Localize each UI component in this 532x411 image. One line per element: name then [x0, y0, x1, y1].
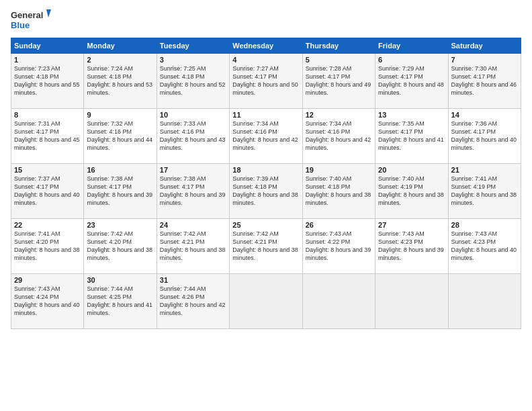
calendar-cell: 19 Sunrise: 7:40 AM Sunset: 4:18 PM Dayl…: [302, 164, 375, 219]
day-info: Sunrise: 7:44 AM Sunset: 4:26 PM Dayligh…: [160, 285, 226, 318]
day-info: Sunrise: 7:25 AM Sunset: 4:18 PM Dayligh…: [160, 64, 226, 97]
calendar-cell: 5 Sunrise: 7:28 AM Sunset: 4:17 PM Dayli…: [302, 54, 375, 109]
day-info: Sunrise: 7:23 AM Sunset: 4:18 PM Dayligh…: [14, 64, 81, 97]
day-info: Sunrise: 7:32 AM Sunset: 4:16 PM Dayligh…: [87, 120, 153, 152]
day-info: Sunrise: 7:37 AM Sunset: 4:17 PM Dayligh…: [14, 175, 81, 208]
calendar-cell: 11 Sunrise: 7:34 AM Sunset: 4:16 PM Dayl…: [230, 109, 302, 164]
day-number: 15: [14, 166, 81, 174]
calendar-week-row: 15 Sunrise: 7:37 AM Sunset: 4:17 PM Dayl…: [11, 164, 521, 219]
day-info: Sunrise: 7:42 AM Sunset: 4:21 PM Dayligh…: [160, 230, 226, 263]
calendar-cell: 23 Sunrise: 7:42 AM Sunset: 4:20 PM Dayl…: [84, 219, 157, 274]
day-info: Sunrise: 7:41 AM Sunset: 4:20 PM Dayligh…: [14, 230, 81, 263]
calendar-cell: 17 Sunrise: 7:38 AM Sunset: 4:17 PM Dayl…: [157, 164, 229, 219]
calendar-week-row: 22 Sunrise: 7:41 AM Sunset: 4:20 PM Dayl…: [11, 219, 521, 274]
day-info: Sunrise: 7:36 AM Sunset: 4:17 PM Dayligh…: [451, 120, 518, 152]
day-number: 19: [306, 166, 372, 174]
day-info: Sunrise: 7:38 AM Sunset: 4:17 PM Dayligh…: [160, 175, 226, 208]
day-number: 31: [160, 276, 226, 284]
day-number: 26: [306, 221, 372, 229]
calendar-header-monday: Monday: [84, 38, 157, 54]
svg-text:Blue: Blue: [11, 20, 30, 30]
calendar-cell: 2 Sunrise: 7:24 AM Sunset: 4:18 PM Dayli…: [84, 54, 157, 109]
day-number: 5: [306, 56, 372, 64]
day-number: 1: [14, 56, 81, 64]
day-number: 23: [87, 221, 153, 229]
day-number: 16: [87, 166, 153, 174]
day-info: Sunrise: 7:38 AM Sunset: 4:17 PM Dayligh…: [87, 175, 153, 208]
day-number: 10: [160, 111, 226, 119]
day-info: Sunrise: 7:40 AM Sunset: 4:19 PM Dayligh…: [378, 175, 445, 208]
calendar-cell: 7 Sunrise: 7:30 AM Sunset: 4:17 PM Dayli…: [448, 54, 521, 109]
calendar-cell: 24 Sunrise: 7:42 AM Sunset: 4:21 PM Dayl…: [157, 219, 229, 274]
day-info: Sunrise: 7:24 AM Sunset: 4:18 PM Dayligh…: [87, 64, 153, 97]
day-number: 12: [306, 111, 372, 119]
day-info: Sunrise: 7:43 AM Sunset: 4:22 PM Dayligh…: [306, 230, 372, 263]
calendar-cell: 8 Sunrise: 7:31 AM Sunset: 4:17 PM Dayli…: [11, 109, 84, 164]
day-number: 4: [232, 56, 299, 64]
day-info: Sunrise: 7:31 AM Sunset: 4:17 PM Dayligh…: [14, 120, 81, 152]
calendar-header-sunday: Sunday: [11, 38, 84, 54]
day-info: Sunrise: 7:43 AM Sunset: 4:23 PM Dayligh…: [378, 230, 445, 263]
day-info: Sunrise: 7:39 AM Sunset: 4:18 PM Dayligh…: [232, 175, 299, 208]
day-info: Sunrise: 7:42 AM Sunset: 4:21 PM Dayligh…: [232, 230, 299, 263]
calendar-cell: 18 Sunrise: 7:39 AM Sunset: 4:18 PM Dayl…: [230, 164, 302, 219]
calendar-table: SundayMondayTuesdayWednesdayThursdayFrid…: [11, 38, 521, 329]
day-number: 27: [378, 221, 445, 229]
day-number: 2: [87, 56, 153, 64]
calendar-header-friday: Friday: [375, 38, 448, 54]
day-number: 9: [87, 111, 153, 119]
calendar-header-thursday: Thursday: [302, 38, 375, 54]
calendar-cell: 14 Sunrise: 7:36 AM Sunset: 4:17 PM Dayl…: [448, 109, 521, 164]
svg-marker-2: [46, 9, 51, 17]
day-number: 20: [378, 166, 445, 174]
day-number: 30: [87, 276, 153, 284]
calendar-cell: 28 Sunrise: 7:43 AM Sunset: 4:23 PM Dayl…: [448, 219, 521, 274]
day-number: 24: [160, 221, 226, 229]
calendar-week-row: 1 Sunrise: 7:23 AM Sunset: 4:18 PM Dayli…: [11, 54, 521, 109]
calendar-cell: 4 Sunrise: 7:27 AM Sunset: 4:17 PM Dayli…: [230, 54, 302, 109]
calendar-cell: [302, 274, 375, 329]
calendar-cell: 6 Sunrise: 7:29 AM Sunset: 4:17 PM Dayli…: [375, 54, 448, 109]
day-number: 25: [232, 221, 299, 229]
day-number: 6: [378, 56, 445, 64]
day-info: Sunrise: 7:41 AM Sunset: 4:19 PM Dayligh…: [451, 175, 518, 208]
day-info: Sunrise: 7:44 AM Sunset: 4:25 PM Dayligh…: [87, 285, 153, 318]
day-number: 11: [232, 111, 299, 119]
calendar-week-row: 8 Sunrise: 7:31 AM Sunset: 4:17 PM Dayli…: [11, 109, 521, 164]
calendar-cell: [448, 274, 521, 329]
calendar-cell: 1 Sunrise: 7:23 AM Sunset: 4:18 PM Dayli…: [11, 54, 84, 109]
calendar-cell: 27 Sunrise: 7:43 AM Sunset: 4:23 PM Dayl…: [375, 219, 448, 274]
day-info: Sunrise: 7:29 AM Sunset: 4:17 PM Dayligh…: [378, 64, 445, 97]
svg-text:General: General: [11, 10, 43, 20]
day-info: Sunrise: 7:43 AM Sunset: 4:23 PM Dayligh…: [451, 230, 518, 263]
day-info: Sunrise: 7:40 AM Sunset: 4:18 PM Dayligh…: [306, 175, 372, 208]
calendar-cell: 10 Sunrise: 7:33 AM Sunset: 4:16 PM Dayl…: [157, 109, 229, 164]
calendar-cell: 9 Sunrise: 7:32 AM Sunset: 4:16 PM Dayli…: [84, 109, 157, 164]
header: General Blue: [11, 8, 521, 32]
calendar-cell: 13 Sunrise: 7:35 AM Sunset: 4:17 PM Dayl…: [375, 109, 448, 164]
calendar-cell: 31 Sunrise: 7:44 AM Sunset: 4:26 PM Dayl…: [157, 274, 229, 329]
day-info: Sunrise: 7:34 AM Sunset: 4:16 PM Dayligh…: [232, 120, 299, 152]
calendar-cell: [230, 274, 302, 329]
logo-svg: General Blue: [11, 8, 51, 32]
calendar-cell: 26 Sunrise: 7:43 AM Sunset: 4:22 PM Dayl…: [302, 219, 375, 274]
calendar-cell: 30 Sunrise: 7:44 AM Sunset: 4:25 PM Dayl…: [84, 274, 157, 329]
page: General Blue SundayMondayTuesdayWednesda…: [0, 0, 532, 411]
day-number: 29: [14, 276, 81, 284]
calendar-cell: 25 Sunrise: 7:42 AM Sunset: 4:21 PM Dayl…: [230, 219, 302, 274]
day-number: 21: [451, 166, 518, 174]
calendar-cell: 20 Sunrise: 7:40 AM Sunset: 4:19 PM Dayl…: [375, 164, 448, 219]
day-info: Sunrise: 7:34 AM Sunset: 4:16 PM Dayligh…: [306, 120, 372, 152]
day-number: 17: [160, 166, 226, 174]
calendar-cell: 15 Sunrise: 7:37 AM Sunset: 4:17 PM Dayl…: [11, 164, 84, 219]
day-number: 22: [14, 221, 81, 229]
day-info: Sunrise: 7:43 AM Sunset: 4:24 PM Dayligh…: [14, 285, 81, 318]
day-number: 8: [14, 111, 81, 119]
day-number: 3: [160, 56, 226, 64]
day-info: Sunrise: 7:33 AM Sunset: 4:16 PM Dayligh…: [160, 120, 226, 152]
day-info: Sunrise: 7:27 AM Sunset: 4:17 PM Dayligh…: [232, 64, 299, 97]
day-number: 7: [451, 56, 518, 64]
calendar-cell: 21 Sunrise: 7:41 AM Sunset: 4:19 PM Dayl…: [448, 164, 521, 219]
day-info: Sunrise: 7:28 AM Sunset: 4:17 PM Dayligh…: [306, 64, 372, 97]
day-number: 13: [378, 111, 445, 119]
